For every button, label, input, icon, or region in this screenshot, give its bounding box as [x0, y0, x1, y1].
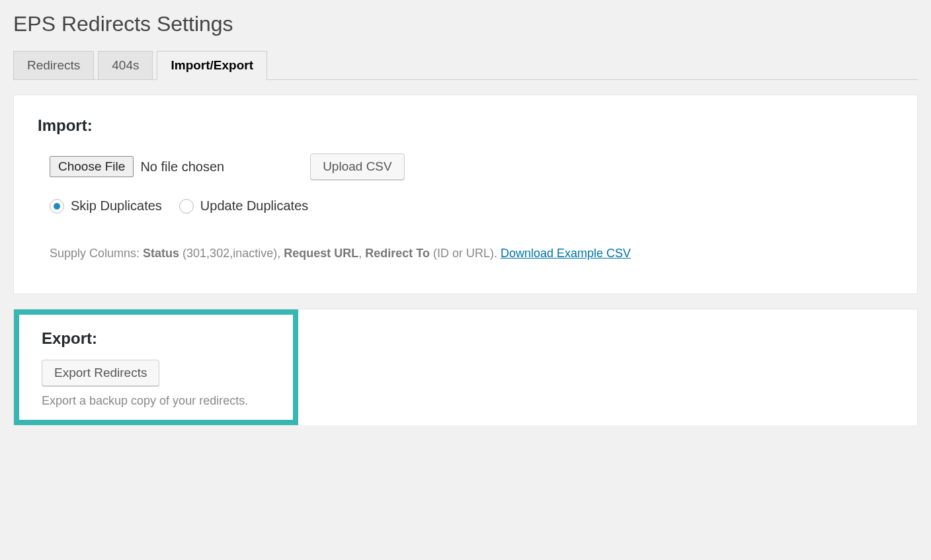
export-panel: Export: Export Redirects Export a backup…	[13, 309, 918, 425]
columns-hint: Supply Columns: Status (301,302,inactive…	[38, 247, 893, 260]
hint-sep: ,	[358, 247, 365, 260]
tab-import-export[interactable]: Import/Export	[157, 51, 267, 80]
export-redirects-button[interactable]: Export Redirects	[42, 360, 159, 386]
radio-icon	[50, 199, 64, 214]
update-duplicates-option[interactable]: Update Duplicates	[179, 198, 308, 214]
radio-icon	[179, 199, 194, 214]
import-panel: Import: Choose File No file chosen Uploa…	[13, 95, 918, 294]
export-heading: Export:	[42, 329, 270, 348]
import-heading: Import:	[38, 116, 893, 135]
duplicate-options: Skip Duplicates Update Duplicates	[38, 198, 893, 214]
hint-prefix: Supply Columns:	[50, 247, 143, 260]
tab-404s[interactable]: 404s	[98, 51, 153, 80]
export-description: Export a backup copy of your redirects.	[42, 394, 270, 408]
hint-redirect-vals: (ID or URL).	[430, 247, 501, 260]
hint-status-label: Status	[143, 247, 179, 260]
hint-status-vals: (301,302,inactive),	[179, 247, 284, 260]
choose-file-button[interactable]: Choose File	[50, 156, 134, 177]
hint-redirect: Redirect To	[365, 247, 430, 260]
tab-redirects[interactable]: Redirects	[13, 51, 94, 80]
file-status: No file chosen	[140, 159, 224, 175]
skip-duplicates-option[interactable]: Skip Duplicates	[50, 198, 162, 214]
hint-request: Request URL	[284, 247, 358, 260]
update-duplicates-label: Update Duplicates	[200, 198, 308, 214]
page-title: EPS Redirects Settings	[13, 0, 918, 51]
upload-csv-button[interactable]: Upload CSV	[310, 153, 405, 180]
file-row: Choose File No file chosen Upload CSV	[38, 153, 893, 180]
export-highlight: Export: Export Redirects Export a backup…	[14, 309, 298, 425]
download-example-link[interactable]: Download Example CSV	[501, 247, 631, 260]
skip-duplicates-label: Skip Duplicates	[71, 198, 162, 214]
tabs: Redirects 404s Import/Export	[13, 51, 918, 80]
